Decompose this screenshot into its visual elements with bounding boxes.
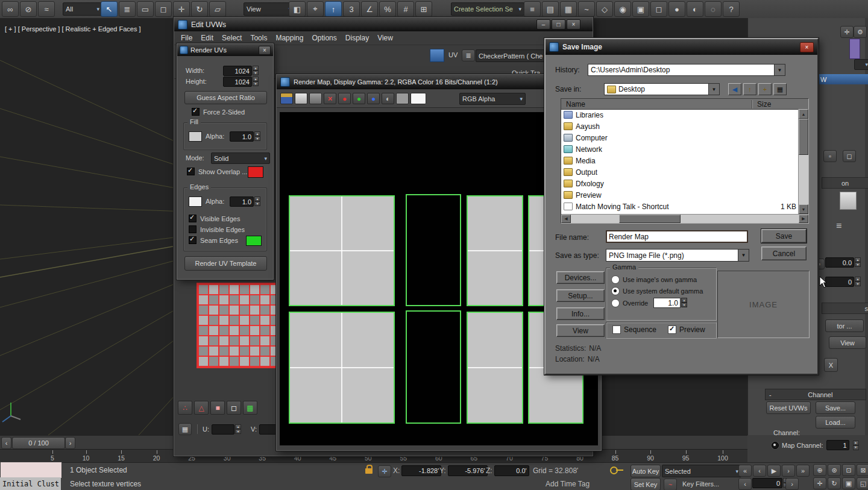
curve-editor-icon[interactable]: ~: [578, 1, 595, 17]
green-channel-icon[interactable]: ●: [353, 93, 365, 104]
render-uvs-titlebar[interactable]: Render UVs ×: [177, 44, 273, 56]
list-icon[interactable]: ≡: [836, 221, 841, 231]
up-one-level-icon[interactable]: ↑: [743, 83, 756, 95]
edit-named-selection-icon[interactable]: ⊞: [415, 1, 432, 17]
setup-button[interactable]: Setup...: [556, 289, 605, 302]
schematic-view-icon[interactable]: ◇: [596, 1, 613, 17]
view-menu-icon[interactable]: ▦: [773, 83, 787, 95]
falloff-icon[interactable]: △: [194, 401, 209, 415]
delete-image-icon[interactable]: ×: [324, 93, 336, 104]
soft-selection-icon[interactable]: ∴: [178, 401, 192, 415]
maximize-button[interactable]: □: [552, 19, 565, 30]
guess-aspect-ratio-button[interactable]: Guess Aspect Ratio: [184, 91, 267, 104]
invisible-edges-checkbox[interactable]: [189, 225, 197, 233]
select-and-link-icon[interactable]: ∞: [2, 1, 19, 17]
selection-lock-icon[interactable]: [365, 465, 373, 474]
name-column-header[interactable]: Name: [561, 100, 752, 108]
tangent-icon[interactable]: ~: [664, 479, 677, 490]
menu-item[interactable]: Display: [341, 34, 373, 42]
file-row[interactable]: Network: [561, 143, 799, 155]
layer-explorer-icon[interactable]: ▤: [542, 1, 559, 17]
rectangular-selection-region-icon[interactable]: ▭: [137, 1, 154, 17]
hscroll-thumb[interactable]: [619, 215, 681, 223]
monochrome-channel-icon[interactable]: ◐: [382, 93, 394, 104]
select-object-icon[interactable]: ↖: [101, 1, 118, 17]
background-color-swatch[interactable]: [410, 93, 426, 104]
z-field[interactable]: 0.0': [494, 465, 529, 476]
x-button[interactable]: X: [824, 358, 838, 372]
transform-type-in-icon[interactable]: ✛: [378, 465, 391, 477]
spinner-arrows[interactable]: [853, 441, 859, 450]
set-key-button[interactable]: Set Key: [631, 478, 661, 490]
mode-dropdown[interactable]: Solid: [211, 152, 270, 164]
grid-options-icon[interactable]: ▩: [243, 401, 257, 415]
show-map-icon[interactable]: [430, 49, 444, 62]
file-row[interactable]: Media: [561, 155, 799, 166]
map-channel-radio[interactable]: [772, 442, 779, 449]
u-field[interactable]: [212, 424, 234, 435]
lighting-analysis-icon[interactable]: ◐: [687, 1, 703, 17]
file-row[interactable]: Match Moving Talk - Shortcut1 KB: [561, 201, 799, 212]
minimize-button[interactable]: –: [536, 19, 550, 30]
file-row[interactable]: Output: [561, 166, 799, 178]
time-slider-next-button[interactable]: ›: [65, 437, 75, 449]
utilities-tab-icon[interactable]: ⚙: [854, 26, 867, 38]
tor-button-fragment[interactable]: tor ...: [825, 319, 864, 332]
menu-item[interactable]: View: [373, 34, 397, 42]
clone-image-icon[interactable]: [295, 93, 307, 104]
maximize-viewport-icon[interactable]: ▣: [842, 477, 855, 489]
pan-icon[interactable]: ✛: [813, 477, 826, 489]
angle-snap-icon[interactable]: ∠: [361, 1, 378, 17]
time-slider-handle[interactable]: 0 / 100: [12, 437, 65, 449]
play-icon[interactable]: ▶: [767, 465, 781, 477]
next-frame-icon[interactable]: ›: [782, 465, 795, 477]
overlap-color-swatch[interactable]: [248, 166, 263, 178]
select-and-manipulate-icon[interactable]: ⌖: [307, 1, 324, 17]
file-name-input[interactable]: [606, 230, 748, 243]
sequence-checkbox[interactable]: [612, 325, 621, 334]
select-by-name-icon[interactable]: ≣: [119, 1, 136, 17]
ribbon-icon[interactable]: ▦: [560, 1, 577, 17]
panel-spinner-1[interactable]: 0.0: [825, 257, 861, 268]
menu-item[interactable]: Edit: [197, 34, 218, 42]
snaps-toggle-icon[interactable]: 3: [343, 1, 360, 17]
close-button[interactable]: ×: [567, 19, 580, 30]
help-icon[interactable]: ?: [723, 1, 740, 17]
menu-item[interactable]: File: [177, 34, 197, 42]
zoom-region-icon[interactable]: ⊠: [857, 464, 868, 476]
close-button[interactable]: ×: [800, 42, 814, 52]
channel-display-dropdown[interactable]: RGB Alpha: [459, 93, 526, 105]
selection-set-key-dropdown[interactable]: Selected: [662, 465, 741, 477]
devices-button[interactable]: Devices...: [556, 271, 605, 284]
edges-color-swatch[interactable]: [189, 196, 202, 207]
panel-dropdown-button[interactable]: [854, 59, 868, 70]
window-crossing-toggle-icon[interactable]: ◻: [155, 1, 172, 17]
gamma-override-radio[interactable]: [611, 299, 620, 307]
page-icon[interactable]: [840, 192, 857, 210]
file-list-vscrollbar[interactable]: ▲ ▼: [798, 109, 808, 214]
visible-edges-checkbox[interactable]: [189, 215, 197, 222]
orbit-icon[interactable]: ↻: [828, 477, 841, 489]
menu-item[interactable]: Options: [307, 34, 341, 42]
initial-cluster-cell[interactable]: Initial Clust: [0, 477, 61, 490]
print-image-icon[interactable]: [309, 93, 322, 104]
rendered-frame-icon[interactable]: ◻: [650, 1, 667, 17]
vscroll-thumb[interactable]: [799, 119, 808, 155]
blue-channel-icon[interactable]: ●: [367, 93, 380, 104]
named-selection-set-dropdown[interactable]: Create Selection Se: [451, 2, 524, 16]
selection-filter-dropdown[interactable]: All: [63, 2, 102, 16]
rollout-header-fragment-2[interactable]: s: [822, 303, 868, 314]
bind-to-space-warp-icon[interactable]: ≈: [38, 1, 55, 17]
viewport-label[interactable]: [ + ] [ Perspective ] [ Realistic + Edge…: [5, 25, 141, 33]
channel-rollout-header[interactable]: - Channel: [765, 389, 866, 400]
previous-key-icon[interactable]: ‹: [738, 478, 752, 490]
select-and-rotate-icon[interactable]: ↻: [191, 1, 208, 17]
go-to-start-icon[interactable]: «: [738, 465, 752, 477]
select-and-scale-icon[interactable]: ▱: [209, 1, 226, 17]
height-spinner[interactable]: 1024: [223, 77, 259, 87]
info-button[interactable]: Info...: [556, 307, 605, 320]
force-2sided-checkbox[interactable]: [192, 108, 200, 116]
seam-edges-checkbox[interactable]: [189, 236, 197, 244]
fill-color-swatch[interactable]: [189, 131, 202, 142]
save-uvws-button[interactable]: Save...: [816, 401, 855, 414]
